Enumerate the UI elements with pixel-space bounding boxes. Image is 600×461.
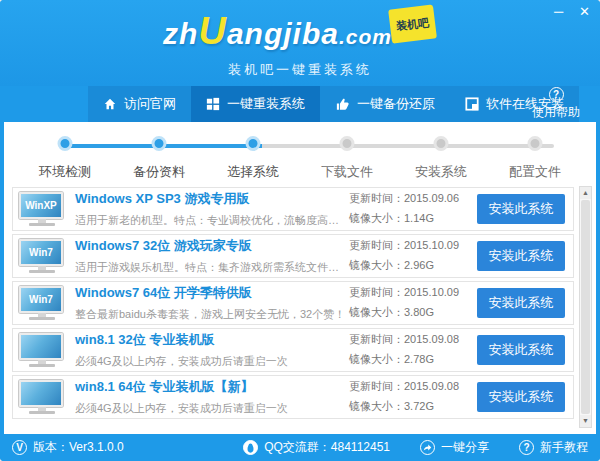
logo: zhUangjiba.com装机吧 <box>0 0 600 57</box>
qq-group-label: QQ交流群：484112451 <box>264 439 390 456</box>
version-label: 版本：Ver3.1.0.0 <box>33 439 124 456</box>
nav-item-label: 一键重装系统 <box>227 95 305 113</box>
monitor-icon <box>19 380 65 414</box>
step-dot <box>152 136 167 151</box>
footer-bar: V 版本：Ver3.1.0.0 QQ交流群：484112451 一键分享 ? 新… <box>0 434 600 461</box>
os-list-item-win7-64: Win7 Windows7 64位 开学季特供版 整合最新baidu杀毒套装，游… <box>12 281 574 325</box>
step-dot <box>58 136 73 151</box>
install-system-button[interactable]: 安装此系统 <box>477 194 565 224</box>
step-dot <box>246 136 261 151</box>
os-title: Windows XP SP3 游戏专用版 <box>75 190 349 208</box>
image-size-value: 3.80G <box>404 306 434 318</box>
minimize-button[interactable]: ─ <box>554 3 563 21</box>
update-time-value: 2015.09.08 <box>404 380 459 392</box>
image-size-value: 2.78G <box>404 353 434 365</box>
monitor-icon <box>19 333 65 367</box>
app-subtitle: 装机吧一键重装系统 <box>0 61 600 79</box>
scroll-up-icon[interactable]: ▲ <box>580 187 591 199</box>
image-size-label: 镜像大小： <box>349 212 404 224</box>
os-badge: Win7 <box>29 294 53 305</box>
close-button[interactable]: ✕ <box>579 3 590 21</box>
nav-group: 访问官网 一键重装系统 一键备份还原 软件在线安装 <box>88 86 579 122</box>
scrollbar-thumb[interactable] <box>581 200 590 414</box>
step-label: 选择系统 <box>206 163 300 181</box>
nav-bar: 访问官网 一键重装系统 一键备份还原 软件在线安装 <box>0 86 600 122</box>
logo-text-2: angjiba <box>227 17 339 50</box>
os-title: Windows7 64位 开学季特供版 <box>75 284 349 302</box>
os-description: 整合最新baidu杀毒套装，游戏上网安全无忧，32个赞！ <box>75 307 349 322</box>
qq-group-link[interactable]: QQ交流群：484112451 <box>243 439 390 456</box>
update-time-value: 2015.10.09 <box>404 286 459 298</box>
grid-icon <box>206 97 220 111</box>
os-description: 必须4G及以上内存，安装成功后请重启一次 <box>75 354 349 369</box>
nav-item-backup-restore[interactable]: 一键备份还原 <box>320 86 450 122</box>
share-button[interactable]: 一键分享 <box>420 439 489 456</box>
update-time-value: 2015.09.08 <box>404 333 459 345</box>
step-backup-data: 备份资料 <box>112 134 206 181</box>
os-badge: WinXP <box>25 200 57 211</box>
step-download-files: 下载文件 <box>300 134 394 181</box>
step-label: 下载文件 <box>300 163 394 181</box>
os-title: win8.1 64位 专业装机版【新】 <box>75 378 349 396</box>
os-list-item-win7-32: Win7 Windows7 32位 游戏玩家专版 适用于游戏娱乐机型。特点：集齐… <box>12 234 574 278</box>
os-description: 必须4G及以上内存，安装成功后请重启一次 <box>75 401 349 416</box>
update-time-value: 2015.09.06 <box>404 192 459 204</box>
package-icon <box>465 97 479 111</box>
os-badge: Win7 <box>29 247 53 258</box>
logo-suffix: .com <box>339 25 392 48</box>
monitor-icon: Win7 <box>19 286 65 320</box>
step-configure-files: 配置文件 <box>488 134 582 181</box>
nav-item-label: 一键备份还原 <box>357 95 435 113</box>
update-time-label: 更新时间： <box>349 239 404 251</box>
share-label: 一键分享 <box>441 439 489 456</box>
step-label: 备份资料 <box>112 163 206 181</box>
app-window: ─ ✕ zhUangjiba.com装机吧 装机吧一键重装系统 访问官网 一键重… <box>0 0 600 461</box>
logo-accent-letter: U <box>198 10 226 52</box>
os-list-item-winxp: WinXP Windows XP SP3 游戏专用版 适用于新老的机型。特点：专… <box>12 187 574 231</box>
os-list-item-win81-64: win8.1 64位 专业装机版【新】 必须4G及以上内存，安装成功后请重启一次… <box>12 375 574 419</box>
image-size-label: 镜像大小： <box>349 400 404 412</box>
os-meta: 更新时间：2015.10.09 镜像大小：3.80G <box>349 283 477 323</box>
image-size-value: 2.96G <box>404 259 434 271</box>
scroll-down-icon[interactable]: ▼ <box>580 415 591 427</box>
main-content: 环境检测 备份资料 选择系统 下载文件 安装系统 配置文件 <box>4 122 596 434</box>
os-meta: 更新时间：2015.09.08 镜像大小：2.78G <box>349 330 477 370</box>
os-list: WinXP Windows XP SP3 游戏专用版 适用于新老的机型。特点：专… <box>4 181 596 419</box>
install-system-button[interactable]: 安装此系统 <box>477 382 565 412</box>
version-info: V 版本：Ver3.1.0.0 <box>12 439 124 456</box>
update-time-label: 更新时间： <box>349 333 404 345</box>
os-description: 适用于新老的机型。特点：专业调校优化，流畅度高，稳定性好，兼容性强！ <box>75 213 349 228</box>
header: ─ ✕ zhUangjiba.com装机吧 装机吧一键重装系统 <box>0 0 600 86</box>
tutorial-icon: ? <box>519 440 534 455</box>
install-system-button[interactable]: 安装此系统 <box>477 241 565 271</box>
list-scrollbar: ▲ ▼ <box>579 186 592 428</box>
install-system-button[interactable]: 安装此系统 <box>477 335 565 365</box>
step-install-system: 安装系统 <box>394 134 488 181</box>
monitor-icon: Win7 <box>19 239 65 273</box>
image-size-label: 镜像大小： <box>349 259 404 271</box>
step-dot <box>434 136 449 151</box>
tutorial-button[interactable]: ? 新手教程 <box>519 439 588 456</box>
nav-item-reinstall-system[interactable]: 一键重装系统 <box>191 86 320 122</box>
os-meta: 更新时间：2015.10.09 镜像大小：2.96G <box>349 236 477 276</box>
help-icon: ? <box>549 87 564 102</box>
os-list-item-win81-32: win8.1 32位 专业装机版 必须4G及以上内存，安装成功后请重启一次 更新… <box>12 328 574 372</box>
home-icon <box>103 97 117 111</box>
image-size-label: 镜像大小： <box>349 353 404 365</box>
step-dot <box>528 136 543 151</box>
update-time-label: 更新时间： <box>349 380 404 392</box>
qq-icon <box>243 440 258 455</box>
image-size-value: 3.72G <box>404 400 434 412</box>
monitor-icon: WinXP <box>19 192 65 226</box>
image-size-label: 镜像大小： <box>349 306 404 318</box>
install-system-button[interactable]: 安装此系统 <box>477 288 565 318</box>
help-button[interactable]: ? 使用帮助 <box>532 86 580 122</box>
nav-item-official-site[interactable]: 访问官网 <box>88 86 191 122</box>
step-label: 安装系统 <box>394 163 488 181</box>
share-icon <box>420 440 435 455</box>
step-label: 环境检测 <box>18 163 112 181</box>
nav-item-label: 访问官网 <box>124 95 176 113</box>
step-select-system: 选择系统 <box>206 134 300 181</box>
logo-badge: 装机吧 <box>388 5 437 44</box>
update-time-label: 更新时间： <box>349 192 404 204</box>
